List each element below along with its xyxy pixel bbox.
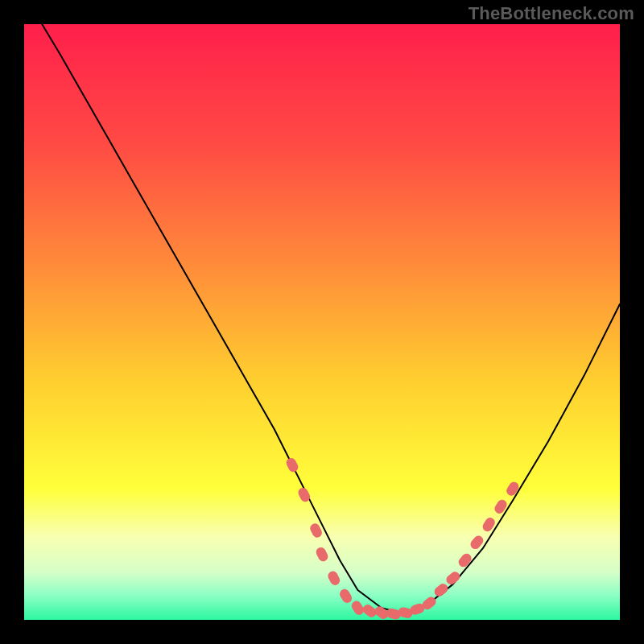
svg-rect-0 <box>24 24 620 620</box>
chart-svg <box>24 24 620 620</box>
chart-container: TheBottleneck.com <box>0 0 644 644</box>
watermark-label: TheBottleneck.com <box>469 3 634 24</box>
plot-area <box>24 24 620 620</box>
